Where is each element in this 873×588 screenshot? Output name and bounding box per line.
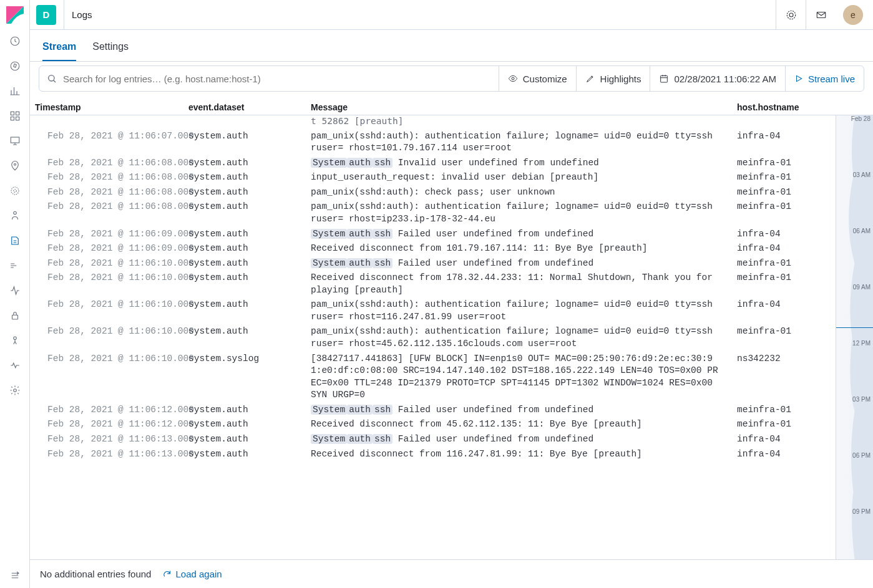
header-timestamp: Timestamp xyxy=(30,102,188,112)
recent-icon[interactable] xyxy=(7,34,22,49)
dashboard-icon[interactable] xyxy=(7,108,22,123)
svg-rect-3 xyxy=(16,112,19,115)
minimap-cursor xyxy=(836,327,873,328)
log-row[interactable]: Feb 28, 2021 @ 11:06:13.000system.authSy… xyxy=(30,432,836,447)
cell-dataset: system.auth xyxy=(188,258,311,270)
log-row[interactable]: Feb 28, 2021 @ 11:06:08.000system.authpa… xyxy=(30,200,836,226)
monitoring-icon[interactable] xyxy=(7,358,22,373)
cell-message: Systemauthssh Invalid user undefined fro… xyxy=(311,157,737,170)
cell-host: meinfra-01 xyxy=(737,186,836,199)
maps-icon[interactable] xyxy=(7,158,22,173)
log-row[interactable]: Feb 28, 2021 @ 11:06:10.000system.syslog… xyxy=(30,352,836,403)
calendar-icon xyxy=(659,74,669,84)
user-avatar[interactable]: e xyxy=(843,5,863,25)
cell-timestamp: Feb 28, 2021 @ 11:06:08.000 xyxy=(30,171,188,184)
svg-point-1 xyxy=(11,62,19,70)
log-row[interactable]: Feb 28, 2021 @ 11:06:07.000system.authpa… xyxy=(30,129,836,156)
no-more-entries-label: No additional entries found xyxy=(40,569,151,579)
tab-settings[interactable]: Settings xyxy=(92,41,129,61)
log-row[interactable]: Feb 28, 2021 @ 11:06:13.000system.authRe… xyxy=(30,447,836,462)
stream-footer: No additional entries found Load again xyxy=(30,559,873,588)
canvas-icon[interactable] xyxy=(7,133,22,148)
header-dataset: event.dataset xyxy=(188,102,311,112)
search-input[interactable] xyxy=(63,74,491,84)
log-stream-list[interactable]: t 52862 [preauth] Feb 28, 2021 @ 11:06:0… xyxy=(30,115,836,559)
cell-message: pam_unix(sshd:auth): authentication fail… xyxy=(311,325,737,350)
minimap-tick: 12 PM xyxy=(852,340,871,347)
cell-timestamp: Feb 28, 2021 @ 11:06:13.000 xyxy=(30,433,188,446)
discover-icon[interactable] xyxy=(7,59,22,74)
kibana-logo[interactable] xyxy=(5,5,25,25)
cell-host: meinfra-01 xyxy=(737,325,836,350)
space-selector[interactable]: D xyxy=(36,5,56,25)
log-row[interactable]: Feb 28, 2021 @ 11:06:10.000system.authRe… xyxy=(30,271,836,297)
apm-icon[interactable] xyxy=(7,258,22,273)
cell-host: meinfra-01 xyxy=(737,171,836,184)
management-icon[interactable] xyxy=(7,383,22,398)
cell-host: meinfra-01 xyxy=(737,418,836,431)
svg-point-8 xyxy=(11,187,19,195)
cell-host: ns342232 xyxy=(737,353,836,402)
highlights-button[interactable]: Highlights xyxy=(577,66,650,91)
refresh-icon xyxy=(162,569,172,579)
log-row[interactable]: Feb 28, 2021 @ 11:06:12.000system.authRe… xyxy=(30,417,836,432)
cell-host: infra-04 xyxy=(737,433,836,446)
highlighter-icon xyxy=(585,74,595,84)
log-row[interactable]: Feb 28, 2021 @ 11:06:08.000system.authin… xyxy=(30,170,836,185)
cell-host: infra-04 xyxy=(737,448,836,461)
breadcrumb-title: Logs xyxy=(72,9,92,20)
svg-rect-6 xyxy=(11,137,19,143)
topbar: D Logs e xyxy=(30,0,873,30)
cell-timestamp: Feb 28, 2021 @ 11:06:08.000 xyxy=(30,186,188,199)
uptime-icon[interactable] xyxy=(7,283,22,298)
log-row[interactable]: Feb 28, 2021 @ 11:06:08.000system.authSy… xyxy=(30,156,836,171)
datetime-picker[interactable]: 02/28/2021 11:06:22 AM xyxy=(650,66,784,91)
search-icon xyxy=(47,74,57,84)
ml-icon[interactable] xyxy=(7,183,22,198)
stream-live-button[interactable]: Stream live xyxy=(786,66,864,91)
cell-timestamp: Feb 28, 2021 @ 11:06:10.000 xyxy=(30,353,188,402)
cell-dataset: system.auth xyxy=(188,157,311,170)
log-row[interactable]: Feb 28, 2021 @ 11:06:10.000system.authpa… xyxy=(30,324,836,351)
log-row[interactable]: Feb 28, 2021 @ 11:06:09.000system.authSy… xyxy=(30,227,836,242)
cell-message: input_userauth_request: invalid user deb… xyxy=(311,171,737,184)
collapse-icon[interactable] xyxy=(7,568,22,583)
log-row[interactable]: Feb 28, 2021 @ 11:06:08.000system.authpa… xyxy=(30,185,836,200)
visualize-icon[interactable] xyxy=(7,84,22,99)
cell-host: infra-04 xyxy=(737,243,836,255)
cell-host: meinfra-01 xyxy=(737,258,836,270)
logs-icon[interactable] xyxy=(7,233,22,248)
mail-icon[interactable] xyxy=(806,0,836,30)
eye-icon xyxy=(508,74,518,84)
security-icon[interactable] xyxy=(7,308,22,323)
minimap-date: Feb 28 xyxy=(851,115,871,122)
devtools-icon[interactable] xyxy=(7,333,22,348)
log-minimap[interactable]: Feb 28 03 AM06 AM09 AM12 PM03 PM06 PM09 … xyxy=(836,115,873,559)
cell-message: pam_unix(sshd:auth): authentication fail… xyxy=(311,299,737,323)
minimap-tick: 06 PM xyxy=(852,452,871,459)
svg-point-14 xyxy=(787,11,796,19)
cell-timestamp: Feb 28, 2021 @ 11:06:10.000 xyxy=(30,299,188,323)
cell-message: Systemauthssh Failed user undefined from… xyxy=(311,258,737,270)
cell-message: Systemauthssh Failed user undefined from… xyxy=(311,433,737,446)
minimap-tick: 03 PM xyxy=(852,396,871,403)
metrics-icon[interactable] xyxy=(7,208,22,223)
cell-dataset: system.auth xyxy=(188,201,311,225)
log-row[interactable]: Feb 28, 2021 @ 11:06:10.000system.authpa… xyxy=(30,297,836,324)
customize-button[interactable]: Customize xyxy=(499,66,576,91)
cell-dataset: system.auth xyxy=(188,418,311,431)
log-row[interactable]: Feb 28, 2021 @ 11:06:09.000system.authRe… xyxy=(30,241,836,256)
newsfeed-icon[interactable] xyxy=(776,0,806,30)
cell-timestamp: Feb 28, 2021 @ 11:06:12.000 xyxy=(30,404,188,417)
cell-timestamp: Feb 28, 2021 @ 11:06:10.000 xyxy=(30,258,188,270)
log-row[interactable]: Feb 28, 2021 @ 11:06:12.000system.authSy… xyxy=(30,403,836,418)
load-again-button[interactable]: Load again xyxy=(162,569,222,579)
cell-message: pam_unix(sshd:auth): authentication fail… xyxy=(311,130,737,155)
cell-message: Received disconnect from 45.62.112.135: … xyxy=(311,418,737,431)
cell-timestamp: Feb 28, 2021 @ 11:06:09.000 xyxy=(30,228,188,241)
log-row[interactable]: Feb 28, 2021 @ 11:06:10.000system.authSy… xyxy=(30,256,836,271)
cell-message: Received disconnect from 116.247.81.99: … xyxy=(311,448,737,461)
cell-host: infra-04 xyxy=(737,228,836,241)
header-host: host.hostname xyxy=(737,102,836,112)
tab-stream[interactable]: Stream xyxy=(42,41,76,61)
